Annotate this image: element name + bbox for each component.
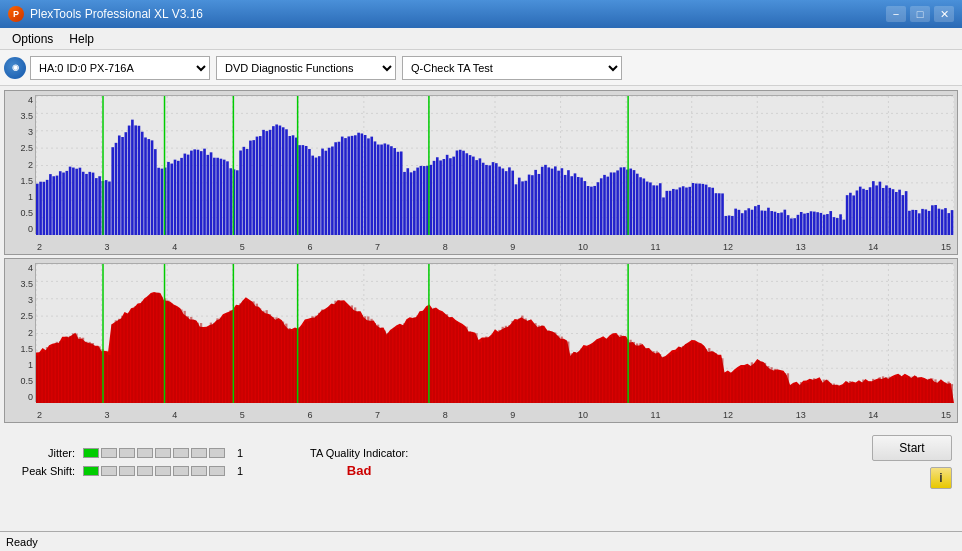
peak-meter-seg-6 (173, 466, 189, 476)
meter-seg-8 (209, 448, 225, 458)
minimize-button[interactable]: − (886, 6, 906, 22)
top-chart-inner (35, 95, 953, 234)
metrics-area: Jitter: 1 Peak Shift: (10, 447, 270, 477)
peak-shift-meter (83, 466, 225, 476)
peak-meter-seg-3 (119, 466, 135, 476)
close-button[interactable]: ✕ (934, 6, 954, 22)
peak-meter-seg-1 (83, 466, 99, 476)
peak-meter-seg-8 (209, 466, 225, 476)
bottom-chart-inner (35, 263, 953, 402)
drive-dropdown[interactable]: HA:0 ID:0 PX-716A (30, 56, 210, 80)
menu-options[interactable]: Options (4, 30, 61, 48)
meter-seg-3 (119, 448, 135, 458)
info-button[interactable]: i (930, 467, 952, 489)
top-chart-x-axis: 2 3 4 5 6 7 8 9 10 11 12 13 14 15 (35, 242, 953, 252)
ta-quality-value: Bad (347, 463, 372, 478)
bottom-chart-x-axis: 2 3 4 5 6 7 8 9 10 11 12 13 14 15 (35, 410, 953, 420)
test-dropdown[interactable]: Q-Check TA Test (402, 56, 622, 80)
meter-seg-7 (191, 448, 207, 458)
maximize-button[interactable]: □ (910, 6, 930, 22)
jitter-meter (83, 448, 225, 458)
drive-icon: ◉ (4, 57, 26, 79)
start-button[interactable]: Start (872, 435, 952, 461)
top-chart-container: 4 3.5 3 2.5 2 1.5 1 0.5 0 2 3 4 5 6 7 8 … (4, 90, 958, 255)
peak-meter-seg-4 (137, 466, 153, 476)
peak-meter-seg-2 (101, 466, 117, 476)
drive-selector: ◉ HA:0 ID:0 PX-716A (4, 56, 210, 80)
app-icon: P (8, 6, 24, 22)
meter-seg-1 (83, 448, 99, 458)
jitter-label: Jitter: (10, 447, 75, 459)
jitter-row: Jitter: 1 (10, 447, 270, 459)
peak-meter-seg-5 (155, 466, 171, 476)
bottom-panel: Jitter: 1 Peak Shift: (0, 427, 962, 497)
meter-seg-5 (155, 448, 171, 458)
window-title: PlexTools Professional XL V3.16 (30, 7, 203, 21)
title-bar: P PlexTools Professional XL V3.16 − □ ✕ (0, 0, 962, 28)
ta-quality-area: TA Quality Indicator: Bad (310, 447, 408, 478)
peak-shift-value: 1 (237, 465, 243, 477)
bottom-chart-y-axis: 4 3.5 3 2.5 2 1.5 1 0.5 0 (9, 263, 35, 402)
start-btn-area: Start i (872, 435, 952, 489)
menu-help[interactable]: Help (61, 30, 102, 48)
window-controls: − □ ✕ (886, 6, 954, 22)
status-bar: Ready (0, 531, 962, 551)
meter-seg-6 (173, 448, 189, 458)
meter-seg-2 (101, 448, 117, 458)
status-text: Ready (6, 536, 38, 548)
peak-shift-row: Peak Shift: 1 (10, 465, 270, 477)
toolbar: ◉ HA:0 ID:0 PX-716A DVD Diagnostic Funct… (0, 50, 962, 86)
jitter-value: 1 (237, 447, 243, 459)
peak-meter-seg-7 (191, 466, 207, 476)
meter-seg-4 (137, 448, 153, 458)
bottom-chart-container: 4 3.5 3 2.5 2 1.5 1 0.5 0 2 3 4 5 6 7 8 … (4, 258, 958, 423)
top-chart-y-axis: 4 3.5 3 2.5 2 1.5 1 0.5 0 (9, 95, 35, 234)
peak-shift-label: Peak Shift: (10, 465, 75, 477)
function-dropdown[interactable]: DVD Diagnostic Functions (216, 56, 396, 80)
menu-bar: Options Help (0, 28, 962, 50)
ta-quality-label: TA Quality Indicator: (310, 447, 408, 459)
